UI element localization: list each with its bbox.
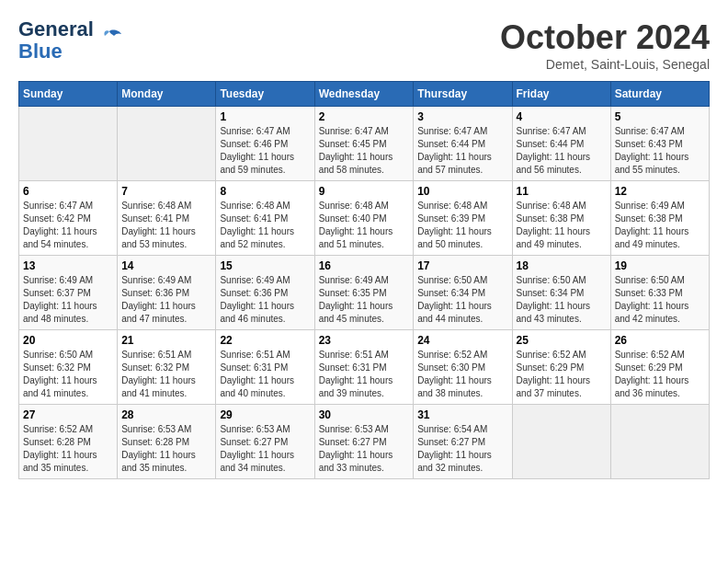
calendar-cell bbox=[118, 107, 216, 181]
day-info: Sunrise: 6:48 AMSunset: 6:41 PMDaylight:… bbox=[220, 201, 294, 249]
calendar-cell: 14 Sunrise: 6:49 AMSunset: 6:36 PMDaylig… bbox=[118, 256, 216, 330]
day-number: 9 bbox=[319, 185, 410, 198]
day-info: Sunrise: 6:49 AMSunset: 6:36 PMDaylight:… bbox=[121, 275, 196, 324]
day-number: 4 bbox=[517, 110, 607, 123]
day-info: Sunrise: 6:52 AMSunset: 6:28 PMDaylight:… bbox=[23, 424, 97, 473]
day-info: Sunrise: 6:52 AMSunset: 6:29 PMDaylight:… bbox=[615, 350, 689, 398]
day-number: 8 bbox=[220, 185, 310, 198]
calendar-cell: 10 Sunrise: 6:48 AMSunset: 6:39 PMDaylig… bbox=[414, 181, 512, 256]
day-number: 7 bbox=[121, 185, 211, 198]
weekday-header: Sunday bbox=[19, 82, 118, 107]
day-number: 29 bbox=[220, 408, 310, 421]
calendar-cell: 23 Sunrise: 6:51 AMSunset: 6:31 PMDaylig… bbox=[314, 330, 414, 405]
calendar-cell: 25 Sunrise: 6:52 AMSunset: 6:29 PMDaylig… bbox=[512, 330, 610, 405]
page-header: General Blue October 2024 Demet, Saint-L… bbox=[18, 18, 710, 72]
day-number: 14 bbox=[121, 259, 211, 272]
calendar-cell: 1 Sunrise: 6:47 AMSunset: 6:46 PMDayligh… bbox=[216, 107, 314, 181]
day-number: 12 bbox=[615, 185, 705, 198]
calendar-cell: 12 Sunrise: 6:49 AMSunset: 6:38 PMDaylig… bbox=[610, 181, 709, 256]
day-info: Sunrise: 6:47 AMSunset: 6:43 PMDaylight:… bbox=[615, 126, 689, 175]
weekday-header: Thursday bbox=[414, 82, 512, 107]
calendar-cell: 11 Sunrise: 6:48 AMSunset: 6:38 PMDaylig… bbox=[512, 181, 610, 256]
day-number: 27 bbox=[23, 408, 113, 421]
day-number: 25 bbox=[517, 334, 607, 347]
day-info: Sunrise: 6:49 AMSunset: 6:37 PMDaylight:… bbox=[23, 275, 97, 324]
day-number: 23 bbox=[319, 334, 410, 347]
day-info: Sunrise: 6:48 AMSunset: 6:39 PMDaylight:… bbox=[417, 201, 492, 249]
day-info: Sunrise: 6:50 AMSunset: 6:33 PMDaylight:… bbox=[615, 275, 689, 324]
calendar-cell: 29 Sunrise: 6:53 AMSunset: 6:27 PMDaylig… bbox=[216, 405, 314, 479]
day-info: Sunrise: 6:49 AMSunset: 6:35 PMDaylight:… bbox=[319, 275, 393, 324]
logo-text: General Blue bbox=[18, 18, 94, 63]
day-number: 26 bbox=[615, 334, 705, 347]
calendar-cell: 19 Sunrise: 6:50 AMSunset: 6:33 PMDaylig… bbox=[610, 256, 709, 330]
day-number: 28 bbox=[121, 408, 211, 421]
calendar-cell: 21 Sunrise: 6:51 AMSunset: 6:32 PMDaylig… bbox=[118, 330, 216, 405]
day-number: 19 bbox=[615, 259, 705, 272]
calendar-cell: 13 Sunrise: 6:49 AMSunset: 6:37 PMDaylig… bbox=[19, 256, 118, 330]
location-subtitle: Demet, Saint-Louis, Senegal bbox=[500, 57, 710, 72]
calendar-cell bbox=[610, 405, 709, 479]
day-info: Sunrise: 6:51 AMSunset: 6:31 PMDaylight:… bbox=[220, 350, 294, 398]
day-info: Sunrise: 6:53 AMSunset: 6:27 PMDaylight:… bbox=[220, 424, 294, 473]
calendar-table: SundayMondayTuesdayWednesdayThursdayFrid… bbox=[18, 81, 710, 479]
day-number: 30 bbox=[319, 408, 410, 421]
calendar-cell: 3 Sunrise: 6:47 AMSunset: 6:44 PMDayligh… bbox=[414, 107, 512, 181]
day-info: Sunrise: 6:50 AMSunset: 6:34 PMDaylight:… bbox=[517, 275, 591, 324]
day-info: Sunrise: 6:50 AMSunset: 6:34 PMDaylight:… bbox=[417, 275, 492, 324]
calendar-cell: 16 Sunrise: 6:49 AMSunset: 6:35 PMDaylig… bbox=[314, 256, 414, 330]
day-number: 15 bbox=[220, 259, 310, 272]
weekday-header: Saturday bbox=[610, 82, 709, 107]
logo: General Blue bbox=[18, 18, 123, 63]
calendar-cell: 27 Sunrise: 6:52 AMSunset: 6:28 PMDaylig… bbox=[19, 405, 118, 479]
day-number: 16 bbox=[319, 259, 410, 272]
calendar-week-row: 13 Sunrise: 6:49 AMSunset: 6:37 PMDaylig… bbox=[19, 256, 710, 330]
day-number: 17 bbox=[417, 259, 507, 272]
day-number: 6 bbox=[23, 185, 113, 198]
day-info: Sunrise: 6:47 AMSunset: 6:46 PMDaylight:… bbox=[220, 126, 294, 175]
calendar-cell: 5 Sunrise: 6:47 AMSunset: 6:43 PMDayligh… bbox=[610, 107, 709, 181]
day-info: Sunrise: 6:51 AMSunset: 6:31 PMDaylight:… bbox=[319, 350, 393, 398]
calendar-cell: 7 Sunrise: 6:48 AMSunset: 6:41 PMDayligh… bbox=[118, 181, 216, 256]
day-info: Sunrise: 6:54 AMSunset: 6:27 PMDaylight:… bbox=[417, 424, 492, 473]
day-info: Sunrise: 6:51 AMSunset: 6:32 PMDaylight:… bbox=[121, 350, 196, 398]
calendar-cell: 31 Sunrise: 6:54 AMSunset: 6:27 PMDaylig… bbox=[414, 405, 512, 479]
calendar-cell: 22 Sunrise: 6:51 AMSunset: 6:31 PMDaylig… bbox=[216, 330, 314, 405]
day-number: 18 bbox=[517, 259, 607, 272]
calendar-week-row: 1 Sunrise: 6:47 AMSunset: 6:46 PMDayligh… bbox=[19, 107, 710, 181]
day-number: 24 bbox=[417, 334, 507, 347]
calendar-week-row: 27 Sunrise: 6:52 AMSunset: 6:28 PMDaylig… bbox=[19, 405, 710, 479]
calendar-cell: 28 Sunrise: 6:53 AMSunset: 6:28 PMDaylig… bbox=[118, 405, 216, 479]
day-info: Sunrise: 6:48 AMSunset: 6:41 PMDaylight:… bbox=[121, 201, 196, 249]
calendar-cell: 6 Sunrise: 6:47 AMSunset: 6:42 PMDayligh… bbox=[19, 181, 118, 256]
day-number: 20 bbox=[23, 334, 113, 347]
calendar-cell: 15 Sunrise: 6:49 AMSunset: 6:36 PMDaylig… bbox=[216, 256, 314, 330]
day-number: 13 bbox=[23, 259, 113, 272]
day-info: Sunrise: 6:50 AMSunset: 6:32 PMDaylight:… bbox=[23, 350, 97, 398]
day-info: Sunrise: 6:47 AMSunset: 6:44 PMDaylight:… bbox=[517, 126, 591, 175]
calendar-cell: 4 Sunrise: 6:47 AMSunset: 6:44 PMDayligh… bbox=[512, 107, 610, 181]
day-number: 2 bbox=[319, 110, 410, 123]
weekday-header-row: SundayMondayTuesdayWednesdayThursdayFrid… bbox=[19, 82, 710, 107]
day-number: 22 bbox=[220, 334, 310, 347]
day-info: Sunrise: 6:48 AMSunset: 6:38 PMDaylight:… bbox=[517, 201, 591, 249]
calendar-cell: 24 Sunrise: 6:52 AMSunset: 6:30 PMDaylig… bbox=[414, 330, 512, 405]
month-title: October 2024 bbox=[500, 18, 710, 57]
day-number: 11 bbox=[517, 185, 607, 198]
logo-bird-icon bbox=[96, 27, 123, 54]
day-number: 10 bbox=[417, 185, 507, 198]
day-number: 21 bbox=[121, 334, 211, 347]
day-info: Sunrise: 6:47 AMSunset: 6:45 PMDaylight:… bbox=[319, 126, 393, 175]
day-info: Sunrise: 6:53 AMSunset: 6:27 PMDaylight:… bbox=[319, 424, 393, 473]
day-number: 1 bbox=[220, 110, 310, 123]
day-info: Sunrise: 6:47 AMSunset: 6:42 PMDaylight:… bbox=[23, 201, 97, 249]
weekday-header: Wednesday bbox=[314, 82, 414, 107]
calendar-cell: 17 Sunrise: 6:50 AMSunset: 6:34 PMDaylig… bbox=[414, 256, 512, 330]
calendar-cell: 30 Sunrise: 6:53 AMSunset: 6:27 PMDaylig… bbox=[314, 405, 414, 479]
weekday-header: Friday bbox=[512, 82, 610, 107]
day-info: Sunrise: 6:49 AMSunset: 6:36 PMDaylight:… bbox=[220, 275, 294, 324]
calendar-cell bbox=[512, 405, 610, 479]
day-info: Sunrise: 6:52 AMSunset: 6:30 PMDaylight:… bbox=[417, 350, 492, 398]
day-number: 3 bbox=[417, 110, 507, 123]
calendar-week-row: 20 Sunrise: 6:50 AMSunset: 6:32 PMDaylig… bbox=[19, 330, 710, 405]
